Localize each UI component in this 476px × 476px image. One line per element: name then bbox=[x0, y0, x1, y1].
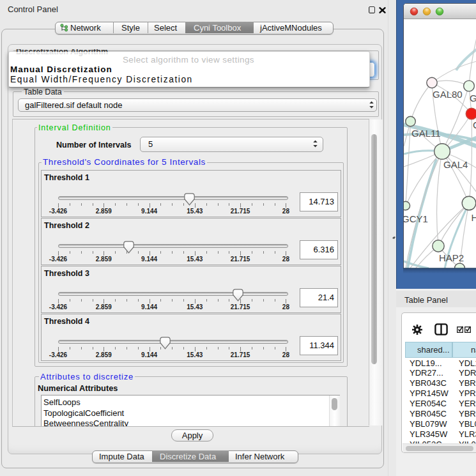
svg-text:C: C bbox=[473, 119, 476, 130]
svg-text:GCY1: GCY1 bbox=[404, 213, 428, 224]
svg-text:HA: HA bbox=[472, 212, 476, 223]
svg-text:GAL80: GAL80 bbox=[433, 89, 463, 100]
svg-text:GAL: GAL bbox=[470, 93, 476, 104]
svg-text:GAL4: GAL4 bbox=[443, 159, 468, 170]
svg-text:HAP2: HAP2 bbox=[439, 252, 464, 263]
svg-text:GAL11: GAL11 bbox=[411, 128, 441, 139]
